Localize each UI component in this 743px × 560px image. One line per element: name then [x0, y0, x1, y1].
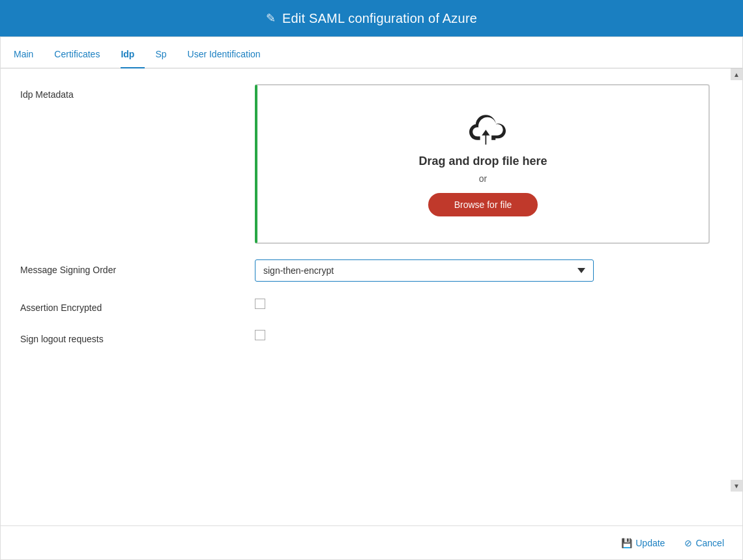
tab-bar: Main Certificates Idp Sp User Identifica…	[1, 37, 742, 68]
drop-zone[interactable]: Drag and drop file here or Browse for fi…	[255, 84, 710, 244]
tab-main[interactable]: Main	[14, 42, 44, 68]
sign-logout-requests-row: Sign logout requests	[20, 329, 710, 344]
idp-metadata-row: Idp Metadata Drag and drop file here or …	[20, 84, 710, 244]
message-signing-order-row: Message Signing Order sign-then-encrypt …	[20, 259, 710, 282]
main-container: Main Certificates Idp Sp User Identifica…	[0, 37, 743, 560]
or-text: or	[479, 173, 487, 184]
update-button[interactable]: 💾 Update	[616, 535, 670, 551]
sign-logout-requests-checkbox[interactable]	[255, 330, 265, 340]
edit-icon: ✎	[266, 11, 276, 25]
scroll-down-button[interactable]: ▼	[731, 480, 742, 492]
page-header: ✎ Edit SAML configuration of Azure	[0, 0, 743, 37]
assertion-encrypted-label: Assertion Encrypted	[20, 297, 255, 313]
page-title: Edit SAML configuration of Azure	[282, 11, 477, 26]
drag-drop-text: Drag and drop file here	[418, 155, 547, 168]
message-signing-order-select[interactable]: sign-then-encrypt encrypt-then-sign	[255, 259, 594, 282]
assertion-encrypted-row: Assertion Encrypted	[20, 297, 710, 313]
cloud-upload-icon	[460, 111, 506, 148]
assertion-encrypted-checkbox[interactable]	[255, 299, 265, 309]
cancel-label: Cancel	[695, 538, 724, 548]
content-area: Idp Metadata Drag and drop file here or …	[1, 68, 742, 525]
sign-logout-requests-control	[255, 329, 710, 342]
browse-file-button[interactable]: Browse for file	[428, 193, 538, 216]
tab-idp[interactable]: Idp	[121, 42, 145, 68]
idp-metadata-label: Idp Metadata	[20, 84, 255, 100]
tab-sp[interactable]: Sp	[155, 42, 177, 68]
cancel-button[interactable]: ⊘ Cancel	[679, 535, 729, 551]
assertion-encrypted-control	[255, 297, 710, 311]
tab-certificates[interactable]: Certificates	[54, 42, 110, 68]
update-label: Update	[635, 538, 665, 548]
footer: 💾 Update ⊘ Cancel	[1, 525, 742, 559]
update-icon: 💾	[621, 538, 632, 548]
message-signing-order-label: Message Signing Order	[20, 259, 255, 275]
message-signing-order-control: sign-then-encrypt encrypt-then-sign	[255, 259, 710, 282]
cancel-icon: ⊘	[684, 538, 692, 548]
sign-logout-requests-label: Sign logout requests	[20, 329, 255, 344]
tab-user-identification[interactable]: User Identification	[188, 42, 271, 68]
idp-metadata-control: Drag and drop file here or Browse for fi…	[255, 84, 710, 244]
